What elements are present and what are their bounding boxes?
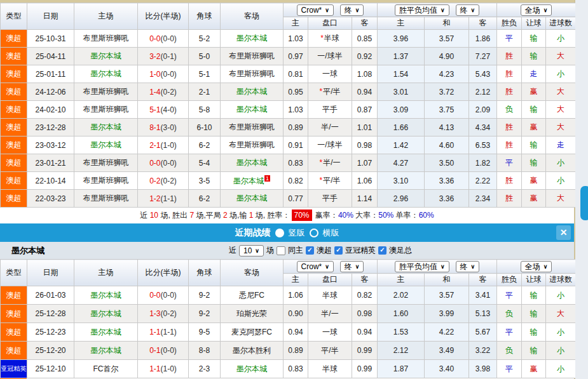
changed-line-asterisk-icon: * (319, 176, 322, 185)
asia-handicap: 半/一 (308, 305, 352, 323)
europe-draw-odds: 3.36 (425, 172, 469, 190)
corner-cell: 3-5 (189, 172, 221, 190)
horizontal-layout-label[interactable]: 横版 (323, 227, 339, 239)
sub-header-handicap-result: 让球 (522, 17, 546, 30)
europe-odds-group-header: 胜平负均值∨ 终∨ (378, 3, 497, 17)
handicap-result: 输 (522, 48, 546, 65)
goals-result: 小 (546, 342, 576, 360)
asia-handicap: 平/半 (308, 342, 352, 360)
col-header-date: 日期 (27, 260, 74, 286)
goals-result: 小 (546, 65, 576, 83)
europe-home-odds: 3.09 (378, 101, 425, 119)
away-team: 墨尔本城 (221, 154, 284, 172)
asia-home-odds: 0.97 (284, 48, 308, 65)
asia-away-odds: 0.99 (352, 342, 378, 360)
scrollbar-thumb[interactable] (580, 186, 588, 220)
asia-away-odds: 1.07 (352, 154, 378, 172)
wdl-result: 胜 (497, 119, 522, 136)
league-badge: 澳超 (1, 342, 27, 360)
win-rate-badge: 70% (292, 209, 312, 221)
match-row: 澳超23-03-12墨尔本城2-1(1-0)6-2布里斯班狮吼0.91一/球半0… (1, 136, 576, 154)
europe-away-odds: 7.27 (469, 48, 497, 65)
handicap-result: 走 (522, 65, 546, 83)
asia-handicap: *半球 (308, 30, 352, 48)
summary-text: 大率： (353, 211, 378, 220)
match-date: 24-12-06 (27, 83, 74, 101)
europe-period-select[interactable]: 终∨ (456, 261, 480, 272)
away-team: 珀斯光荣 (221, 305, 284, 323)
corner-cell: 5-4 (189, 154, 221, 172)
league-badge: 澳超 (1, 48, 27, 65)
asia-away-odds: 0.85 (352, 30, 378, 48)
asia-handicap: 平手 (308, 190, 352, 208)
away-team: 墨尔本城 (221, 190, 284, 208)
scope-select[interactable]: 全场∨ (521, 4, 552, 16)
sub-header-asia-away: 客 (352, 274, 378, 286)
sub-header-asia-home: 主 (284, 17, 308, 30)
handicap-result: 输 (522, 323, 546, 342)
vertical-layout-label[interactable]: 竖版 (289, 227, 305, 239)
scope-select[interactable]: 全场∨ (521, 261, 552, 272)
europe-period-select[interactable]: 终∨ (456, 4, 480, 16)
bookmaker-select[interactable]: Crow*∨ (297, 261, 334, 272)
summary-text: 场,平局 (194, 211, 223, 220)
match-date: 25-12-20 (27, 342, 74, 360)
radio-unselected-icon[interactable] (310, 229, 318, 237)
recent-results-bar: 近期战绩 竖版 横版 ✕ (0, 223, 574, 242)
match-date: 23-01-21 (27, 154, 74, 172)
europe-draw-odds: 4.90 (425, 48, 469, 65)
match-date: 25-04-11 (27, 48, 74, 65)
league-badge: 澳超 (1, 65, 27, 83)
league2-checkbox-checked[interactable]: ✓ (334, 246, 343, 255)
asia-period-select[interactable]: 终∨ (340, 261, 364, 272)
close-button[interactable]: ✕ (556, 225, 571, 240)
asia-away-odds: 1.14 (352, 190, 378, 208)
corner-cell: 8-8 (189, 342, 221, 360)
summary-text: 场, 胜率： (253, 211, 290, 220)
handicap-result: 赢 (522, 190, 546, 208)
home-team: 布里斯班狮吼 (74, 101, 138, 119)
sub-header-goals: 进球数 (546, 17, 576, 30)
match-date: 22-10-14 (27, 172, 74, 190)
europe-home-odds: 2.02 (378, 286, 425, 305)
bookmaker-select[interactable]: Crow*∨ (297, 4, 334, 16)
chevron-down-icon: ∨ (255, 246, 259, 255)
sub-header-asia-home: 主 (284, 274, 308, 286)
games-label: 场 (266, 245, 274, 256)
same-home-label: 同主 (288, 245, 303, 256)
asia-away-odds: 0.98 (352, 136, 378, 154)
asia-handicap: *平/半 (308, 83, 352, 101)
asia-period-select[interactable]: 终∨ (340, 4, 364, 16)
match-date: 23-03-12 (27, 136, 74, 154)
away-team: 布里斯班狮吼 (221, 65, 284, 83)
match-count-select[interactable]: 10∨ (239, 245, 264, 256)
away-team: 墨尔本城 (221, 101, 284, 119)
europe-odds-select[interactable]: 胜平负均值∨ (395, 261, 449, 272)
asia-handicap: *半/一 (308, 154, 352, 172)
same-home-checkbox[interactable] (277, 246, 285, 255)
wdl-result: 平 (497, 30, 522, 48)
near-label: 近 (229, 245, 236, 256)
sub-header-eu-draw: 和 (425, 17, 469, 30)
league1-checkbox-checked[interactable]: ✓ (306, 246, 314, 255)
home-team: 墨尔本城 (74, 65, 138, 83)
handicap-result: 赢 (522, 83, 546, 101)
score-cell: 8-1(3-0) (138, 119, 189, 136)
league3-checkbox-checked[interactable]: ✓ (378, 246, 386, 255)
league-badge: 澳超 (1, 323, 27, 342)
europe-draw-odds: 3.99 (425, 305, 469, 323)
panel-title: 近期战绩 (235, 227, 271, 239)
europe-away-odds: 2.09 (469, 101, 497, 119)
goals-result: 大 (546, 305, 576, 323)
radio-selected-icon[interactable] (275, 229, 284, 237)
match-row: 澳超25-01-11墨尔本城1-0(0-0)5-1布里斯班狮吼0.81一球1.0… (1, 65, 576, 83)
chevron-down-icon: ∨ (441, 262, 445, 271)
asia-away-odds: 1.01 (352, 119, 378, 136)
score-cell: 3-2(0-1) (138, 48, 189, 65)
europe-draw-odds: 3.50 (425, 154, 469, 172)
home-team: 墨尔本城 (74, 48, 138, 65)
summary-text: 近 (140, 211, 149, 220)
europe-odds-select[interactable]: 胜平负均值∨ (395, 4, 449, 16)
filter-controls: 近 10∨ 场 同主 ✓ 澳超 ✓ 亚冠精英 ✓ 澳足总 (229, 242, 412, 259)
match-row: 澳超25-12-23墨尔本城1-1(1-1)9-5麦克阿瑟FC0.94一球0.9… (1, 323, 576, 342)
